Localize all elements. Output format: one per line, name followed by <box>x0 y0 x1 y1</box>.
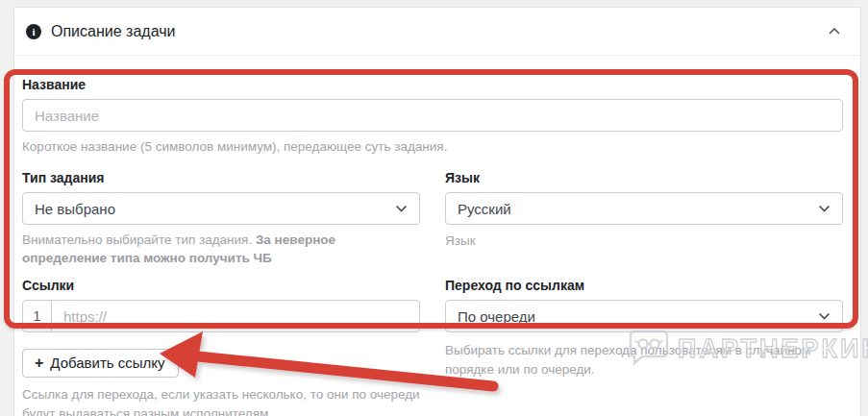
add-link-button[interactable]: + Добавить ссылку <box>22 349 179 378</box>
link-url-input[interactable] <box>51 300 420 332</box>
language-help-text: Язык <box>445 232 843 250</box>
transition-help-text: Выбирать ссылки для перехода пользовател… <box>445 341 843 378</box>
task-description-panel: i Описание задачи Название Короткое назв… <box>13 7 861 416</box>
links-row: Ссылки 1 + Добавить ссылку Ссылка для пе… <box>22 278 843 416</box>
chevron-down-icon <box>818 312 831 320</box>
chevron-down-icon <box>395 205 408 212</box>
type-select-value: Не выбрано <box>35 201 115 217</box>
link-input-group: 1 <box>22 300 420 332</box>
panel-header: i Описание задачи <box>14 8 860 56</box>
type-help-text: Внимательно выбирайте тип задания. За не… <box>22 231 420 267</box>
transition-select[interactable]: По очереди <box>445 300 843 332</box>
name-field-block: Название Короткое название (5 символов м… <box>22 77 843 156</box>
add-link-button-label: Добавить ссылку <box>50 355 164 371</box>
panel-body: Название Короткое название (5 символов м… <box>14 56 860 416</box>
type-select[interactable]: Не выбрано <box>22 192 420 225</box>
links-help-text: Ссылка для перехода, если указать нескол… <box>22 385 420 416</box>
language-field-block: Язык Русский Язык <box>445 170 843 267</box>
type-language-row: Тип задания Не выбрано Внимательно выбир… <box>22 170 843 267</box>
language-label: Язык <box>445 170 843 185</box>
language-select-value: Русский <box>458 201 511 217</box>
links-field-block: Ссылки 1 + Добавить ссылку Ссылка для пе… <box>22 278 420 416</box>
link-row-number: 1 <box>22 300 52 332</box>
type-label: Тип задания <box>22 170 420 185</box>
panel-title: Описание задачи <box>51 23 175 40</box>
collapse-panel-button[interactable] <box>828 27 841 36</box>
chevron-down-icon <box>818 205 831 212</box>
transition-label: Переход по ссылкам <box>445 278 843 293</box>
type-field-block: Тип задания Не выбрано Внимательно выбир… <box>22 170 420 267</box>
info-icon: i <box>26 24 41 39</box>
chevron-up-icon <box>828 27 841 36</box>
name-input[interactable] <box>22 99 843 132</box>
links-label: Ссылки <box>22 278 420 293</box>
transition-select-value: По очереди <box>458 308 535 325</box>
name-help-text: Короткое название (5 символов минимум), … <box>22 137 843 156</box>
name-label: Название <box>22 77 843 92</box>
plus-icon: + <box>35 355 43 371</box>
transition-field-block: Переход по ссылкам По очереди Выбирать с… <box>445 278 843 416</box>
language-select[interactable]: Русский <box>445 192 843 225</box>
